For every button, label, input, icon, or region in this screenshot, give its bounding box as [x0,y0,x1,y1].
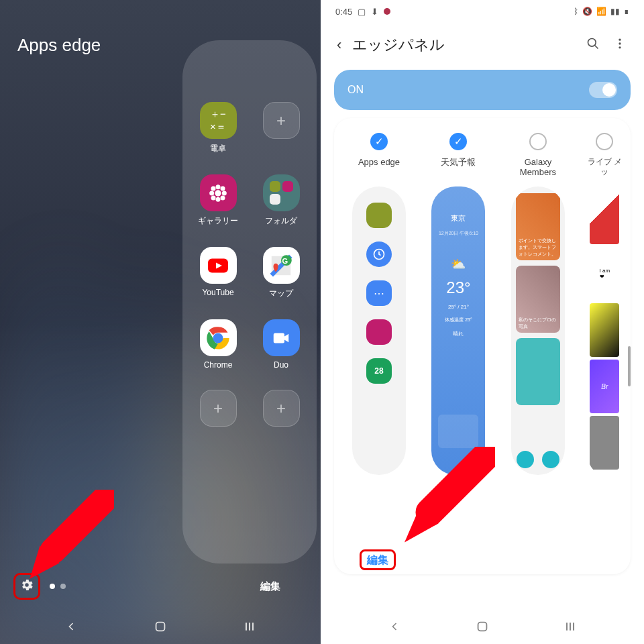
edit-button[interactable]: 編集 [360,549,396,570]
svg-point-8 [221,195,225,200]
battery-icon: ∎ [624,7,629,16]
app-gallery[interactable]: ギャラリー [191,174,245,227]
nav-home[interactable] [469,619,496,634]
svg-rect-15 [274,333,284,343]
status-icon: ⬇ [371,7,378,17]
svg-point-0 [215,190,221,196]
nav-home[interactable] [147,619,174,634]
wifi-icon: 📶 [596,7,606,16]
svg-rect-16 [156,623,165,631]
svg-point-19 [619,42,621,44]
checkbox-on[interactable]: ✓ [449,133,467,150]
clock-icon [366,241,392,267]
back-button[interactable]: ‹ [337,36,341,54]
nav-recents[interactable] [236,620,263,633]
panel-apps-edge[interactable]: ✓ Apps edge ⋯ 28 編集 [346,133,412,475]
search-icon[interactable] [585,37,601,54]
add-app-slot[interactable]: + [191,390,245,427]
panel-live-message[interactable]: ライブ メッ I am❤ Br [584,133,625,475]
app-folder[interactable]: フォルダ [254,174,308,227]
edge-panel[interactable]: ＋−×＝ 電卓 + ギャラリー [182,40,317,564]
settings-header: ‹ エッジパネル [323,23,641,62]
status-icon: ▢ [358,7,366,17]
svg-rect-22 [478,623,487,631]
svg-point-2 [216,197,221,201]
status-recording-icon [384,8,390,15]
panel-preview: ⋯ 28 [352,186,406,475]
panel-preview: I am❤ Br [588,186,621,475]
edge-bottom-bar: 編集 [0,573,321,600]
master-toggle[interactable]: ON [334,70,631,110]
info-icon [517,451,534,468]
switch-on[interactable] [589,82,617,98]
settings-button-highlight [13,573,40,600]
maps-icon: G [263,247,300,284]
svg-point-3 [209,191,214,195]
app-calculator[interactable]: ＋−×＝ 電卓 [191,102,245,154]
edit-button[interactable]: 編集 [260,580,280,593]
svg-point-5 [211,186,216,191]
app-maps[interactable]: G マップ [254,247,308,299]
svg-point-17 [588,38,596,46]
signal-icon: ▮▮ [610,7,620,16]
page-title: エッジパネル [352,35,574,55]
app-duo[interactable]: Duo [254,319,308,370]
apps-edge-title: Apps edge [17,35,101,56]
svg-point-6 [221,186,225,191]
status-bar: 0:45 ▢ ⬇ ᛒ 🔇 📶 ▮▮ ∎ [323,0,641,23]
toggle-label: ON [347,84,364,96]
svg-point-1 [216,184,221,189]
edit-button-highlight: 編集 [360,553,396,568]
panel-preview: ポイントで交換します。スマートフォトレコメント。 私のそこにプロの写真 [511,186,565,475]
status-time: 0:45 [335,7,352,17]
calculator-icon: ＋−×＝ [200,102,237,139]
checkbox-off[interactable] [529,133,547,150]
nav-back[interactable] [381,620,408,633]
svg-text:G: G [282,256,288,264]
youtube-icon [200,247,237,284]
checkbox-on[interactable]: ✓ [370,133,388,150]
svg-point-7 [211,195,216,200]
phone-screenshot-left: Apps edge ＋−×＝ 電卓 + ギャラリー [0,0,321,644]
scroll-handle[interactable] [628,346,631,386]
svg-point-18 [619,38,621,40]
panels-list[interactable]: ✓ Apps edge ⋯ 28 編集 ✓ 天気予報 東京 12月20日 午後6… [334,118,631,574]
bluetooth-icon: ᛒ [574,7,578,16]
mute-icon: 🔇 [582,7,592,16]
checkbox-off[interactable] [596,133,613,150]
svg-point-20 [619,46,621,48]
panel-weather[interactable]: ✓ 天気予報 東京 12月20日 午後6:10 ⛅ 23° 25° / 21° … [425,133,491,475]
folder-icon [263,174,300,211]
gear-icon[interactable] [19,578,34,592]
edit-icon [542,451,559,468]
gallery-icon [366,319,392,345]
add-app-slot[interactable]: + [254,390,308,427]
calendar-icon: 28 [366,358,392,384]
app-youtube[interactable]: YouTube [191,247,245,299]
gallery-icon [200,174,237,211]
duo-icon [263,319,300,356]
plus-icon: + [263,102,300,139]
phone-screenshot-right: 0:45 ▢ ⬇ ᛒ 🔇 📶 ▮▮ ∎ ‹ エッジパネル ON ✓ Apps [321,0,641,644]
messages-icon: ⋯ [366,280,392,306]
add-app-slot[interactable]: + [254,102,308,154]
nav-recents[interactable] [557,620,584,633]
calculator-icon [366,203,392,228]
plus-icon: + [200,390,237,427]
plus-icon: + [263,390,300,427]
android-nav-bar [0,609,321,644]
page-indicator [50,584,66,589]
svg-point-4 [222,191,227,195]
panel-galaxy-members[interactable]: Galaxy Members ポイントで交換します。スマートフォトレコメント。 … [505,133,571,475]
nav-back[interactable] [58,620,85,633]
more-icon[interactable] [612,37,628,54]
panel-preview: 東京 12月20日 午後6:10 ⛅ 23° 25° / 21° 体感温度 23… [431,186,485,475]
chrome-icon [200,319,237,356]
annotation-arrow [20,490,114,584]
android-nav-bar [323,609,641,644]
app-chrome[interactable]: Chrome [191,319,245,370]
